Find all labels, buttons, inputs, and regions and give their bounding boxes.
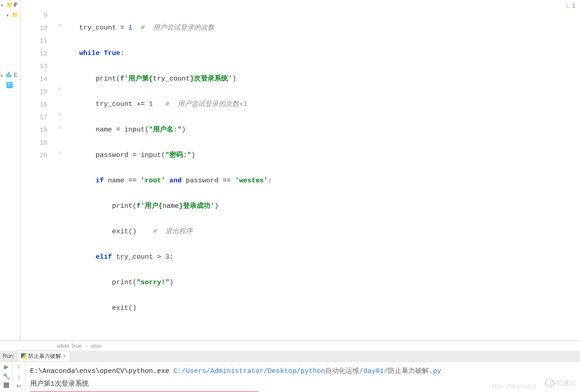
fold-marker-icon: ⊟ xyxy=(56,23,63,35)
stop-button[interactable] xyxy=(2,382,10,388)
folder-icon: 📁 xyxy=(12,12,19,18)
project-tree[interactable]: ▾📁F ▾📁 ▸E xyxy=(0,0,21,340)
python-icon xyxy=(21,353,26,359)
down-button[interactable]: ↓ xyxy=(15,373,23,380)
chevron-down-icon[interactable]: ▾ xyxy=(6,13,11,18)
line-number-gutter: 91011121314151617181920 xyxy=(21,0,56,340)
breadcrumb-item[interactable]: while True xyxy=(57,343,82,349)
watermark-url: https://blog.csdn.r xyxy=(492,383,537,389)
run-tab-label: 防止暴力破解 xyxy=(28,352,61,360)
chevron-right-icon: › xyxy=(86,343,87,349)
run-label: Run: xyxy=(0,353,17,359)
up-button[interactable]: ↑ xyxy=(15,363,23,370)
code-editor[interactable]: try_count = 1 # 用户尝试登录的次数 while True: pr… xyxy=(63,0,580,340)
console-command-line: E:\Anaconda\envs\openCV\python.exe C:/Us… xyxy=(30,365,575,378)
scratches-icon xyxy=(6,82,13,88)
inspection-indicator[interactable]: ⚠ 1 xyxy=(565,3,575,10)
run-toolbar-secondary: ↑ ↓ ↩ ⇲ 🖶 🗑 xyxy=(13,362,25,392)
chevron-right-icon[interactable]: ▸ xyxy=(1,73,5,78)
settings-button[interactable]: 🔧 xyxy=(2,373,10,380)
folder-icon: 📁 xyxy=(6,2,13,8)
rerun-button[interactable]: ▶ xyxy=(2,363,10,370)
chevron-down-icon[interactable]: ▾ xyxy=(1,3,5,8)
close-icon[interactable]: × xyxy=(63,353,66,359)
fold-marker-icon: ⊟ xyxy=(56,86,63,99)
external-libs-icon xyxy=(6,72,13,78)
soft-wrap-button[interactable]: ↩ xyxy=(15,382,23,389)
run-toolbar-primary: ▶ 🔧 ≡ 📌 xyxy=(0,362,13,392)
fold-gutter[interactable]: ⊟⊟⊟⊟⊟ xyxy=(56,0,63,340)
f-string-prefix: f' xyxy=(120,75,128,83)
logo-icon xyxy=(545,378,554,387)
breadcrumb-item[interactable]: else xyxy=(91,343,101,349)
breadcrumb[interactable]: while True › else xyxy=(0,341,580,351)
watermark-logo: 亿速云 xyxy=(545,378,576,387)
run-tab[interactable]: 防止暴力破解 × xyxy=(17,351,70,361)
fold-marker-icon: ⊟ xyxy=(56,125,63,137)
